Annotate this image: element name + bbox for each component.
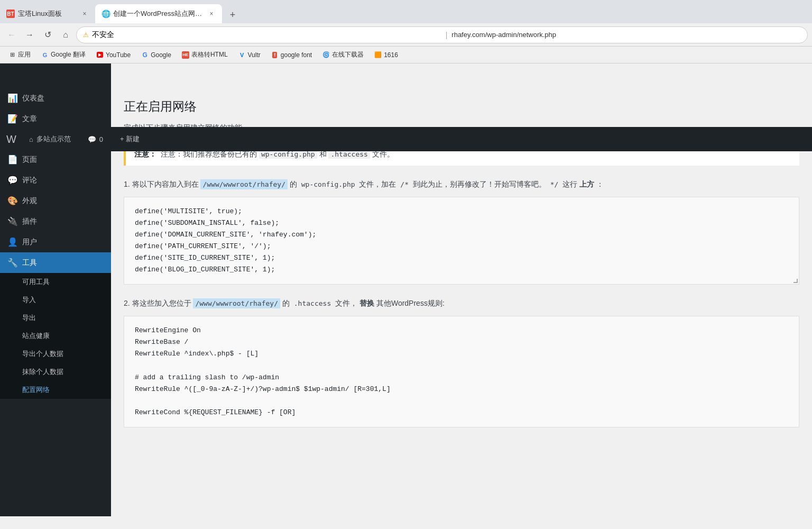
sidebar-item-tools-label: 工具 [22,258,37,268]
tab-bt[interactable]: BT 宝塔Linux面板 × [0,4,95,23]
html-table-favicon: HE [182,51,189,59]
bookmark-google[interactable]: G Google [137,50,176,60]
step2-code-line-1: RewriteEngine On [135,325,788,336]
bookmark-1616-label: 1616 [384,51,398,59]
forward-button[interactable]: → [22,28,37,42]
bookmark-google-translate-label: Google 翻译 [51,50,86,59]
bookmark-html-table[interactable]: HE 表格转HTML [178,49,232,61]
step2-file: .htaccess [292,298,333,308]
dashboard-icon: 📊 [7,93,18,103]
bookmark-1616[interactable]: 🟧 1616 [370,50,402,60]
bookmark-html-table-label: 表格转HTML [191,50,228,59]
sidebar-item-posts[interactable]: 📝 文章 [0,108,111,129]
submenu-site-health[interactable]: 站点健康 [0,327,111,345]
step2-code-line-6: RewriteCond %{REQUEST_FILENAME} -f [OR] [135,407,788,418]
sidebar-item-plugins-label: 插件 [22,217,37,226]
bt-favicon: BT [6,10,15,18]
sidebar-item-appearance-label: 外观 [22,196,37,206]
step1-comment-end: */ [548,180,561,189]
wp-main-content: 正在启用网络 完成以下步骤来启用建立网络的功能。 注意： 注意：我们推荐您备份已… [111,88,812,516]
bookmark-youtube-label: YouTube [106,51,131,59]
home-button[interactable]: ⌂ [58,28,73,42]
reload-button[interactable]: ↺ [40,28,55,42]
youtube-favicon: ▶ [96,51,104,59]
step1-code-line-5: define('SITE_ID_CURRENT_SITE', 1); [135,252,788,264]
submenu-config-network[interactable]: 配置网络 [0,381,111,399]
admin-bar-new[interactable]: + 新建 [116,131,144,147]
bookmark-online-dl[interactable]: 🌀 在线下载器 [318,49,368,61]
code-block-resizer[interactable] [792,278,799,284]
step2-code-line-2: RewriteBase / [135,336,788,348]
sidebar-item-pages[interactable]: 📄 页面 [0,149,111,170]
page-title: 正在启用网络 [124,98,799,115]
apps-favicon: ⊞ [8,51,16,59]
sidebar-item-plugins[interactable]: 🔌 插件 [0,211,111,232]
bookmark-google-font[interactable]: f google font [267,50,316,60]
step1-end-bold: 上方 [579,180,594,188]
admin-bar-site-name: 多站点示范 [36,134,71,144]
back-button[interactable]: ← [4,28,19,42]
sidebar-item-comments[interactable]: 💬 评论 [0,170,111,190]
wp-admin-area: W ⌂ 多站点示范 💬 0 + 新建 📊 仪表盘 📝 文章 🖼 媒体 📄 页面 [0,63,812,516]
tab-wp-close[interactable]: × [207,10,216,18]
step2-code-line-4: # add a trailing slash to /wp-admin [135,372,788,384]
step1-end-post: ： [596,180,604,188]
step1-code-line-2: define('SUBDOMAIN_INSTALL', false); [135,217,788,229]
step2-code-line-blank2 [135,395,788,407]
step2-path: /www/wwwroot/rhafey/ [193,298,280,308]
tab-bt-title: 宝塔Linux面板 [18,9,77,19]
sidebar-item-appearance[interactable]: 🎨 外观 [0,190,111,211]
sidebar-item-users[interactable]: 👤 用户 [0,232,111,252]
step2-mid2: 文件， [335,299,357,307]
admin-bar-comments[interactable]: 💬 0 [84,132,107,147]
step1-intro-start: 1. 将以下内容加入到在 [124,180,199,188]
tab-wp[interactable]: 🌐 创建一个WordPress站点网络 «... × [95,4,222,23]
import-label: 导入 [22,295,36,305]
1616-favicon: 🟧 [374,51,382,59]
security-icon: ⚠ [83,31,89,39]
step1-comment: /* [398,180,411,189]
bookmark-google-translate[interactable]: G Google 翻译 [37,49,90,61]
appearance-icon: 🎨 [7,196,18,206]
submenu-import[interactable]: 导入 [0,291,111,309]
url-text[interactable]: rhafey.com/wp-admin/network.php [451,31,801,39]
step1-code-block: define('MULTISITE', true); define('SUBDO… [124,197,799,285]
sidebar-item-tools[interactable]: 🔧 工具 [0,252,111,273]
submenu-erase-personal[interactable]: 抹除个人数据 [0,363,111,381]
sidebar-item-dashboard-label: 仪表盘 [22,94,44,103]
wp-admin-bar: W ⌂ 多站点示范 💬 0 + 新建 [0,127,812,151]
step1-code-line-4: define('PATH_CURRENT_SITE', '/'); [135,241,788,252]
tab-bt-close[interactable]: × [80,10,89,18]
sidebar-item-dashboard[interactable]: 📊 仪表盘 [0,88,111,108]
admin-bar-new-label: + 新建 [120,134,140,144]
bookmark-apps-label: 应用 [18,50,31,59]
comment-count: 0 [99,135,103,143]
bookmark-youtube[interactable]: ▶ YouTube [92,50,135,60]
step1-section: 1. 将以下内容加入到在 /www/wwwroot/rhafey/ 的 wp-c… [124,178,799,285]
bookmark-apps[interactable]: ⊞ 应用 [4,49,35,61]
address-bar[interactable]: ⚠ 不安全 | rhafey.com/wp-admin/network.php [76,26,808,43]
bookmark-vultr[interactable]: V Vultr [234,50,265,60]
step1-mid3: 到此为止，别再修改了！开始写博客吧。 [413,180,546,188]
admin-bar-home[interactable]: ⌂ 多站点示范 [25,131,75,147]
comment-icon: 💬 [88,135,96,143]
available-tools-label: 可用工具 [22,277,50,287]
sidebar-item-posts-label: 文章 [22,114,37,124]
vultr-favicon: V [238,51,246,59]
posts-icon: 📝 [7,114,18,124]
google-font-favicon: f [271,51,279,59]
step1-file: wp-config.php [299,180,357,189]
bookmark-online-dl-label: 在线下载器 [332,50,364,59]
browser-tabs-row: BT 宝塔Linux面板 × 🌐 创建一个WordPress站点网络 «... … [0,0,812,23]
step1-end-pre: 这行 [562,180,577,188]
step1-mid: 的 [290,180,297,188]
pages-icon: 📄 [7,154,18,165]
submenu-available-tools[interactable]: 可用工具 [0,273,111,291]
plugins-icon: 🔌 [7,216,18,226]
wp-logo[interactable]: W [6,133,16,145]
new-tab-button[interactable]: + [224,6,241,23]
submenu-export-personal[interactable]: 导出个人数据 [0,345,111,363]
export-personal-label: 导出个人数据 [22,349,63,359]
submenu-export[interactable]: 导出 [0,309,111,327]
sidebar-item-pages-label: 页面 [22,155,37,165]
